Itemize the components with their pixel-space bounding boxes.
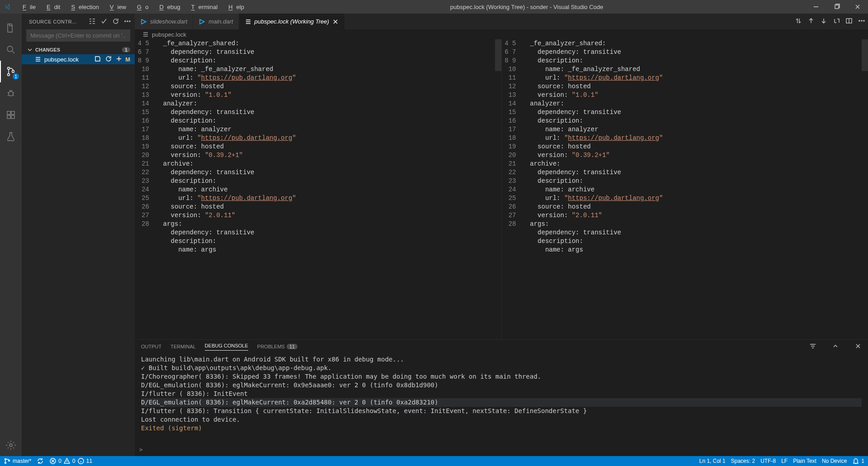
- svg-point-12: [127, 21, 128, 22]
- tab-label: slideshow.dart: [150, 18, 187, 25]
- close-button[interactable]: [847, 0, 868, 14]
- status-notifications[interactable]: 1: [852, 457, 864, 465]
- breadcrumb[interactable]: pubspec.lock: [135, 29, 868, 39]
- close-panel-icon[interactable]: [854, 342, 862, 351]
- settings-gear-icon[interactable]: [0, 434, 22, 456]
- minimap[interactable]: [862, 39, 868, 339]
- vscode-logo-icon: [0, 3, 15, 10]
- svg-rect-8: [11, 115, 14, 119]
- changes-section[interactable]: CHANGES 1: [22, 45, 135, 54]
- svg-point-11: [125, 21, 126, 22]
- open-file-icon[interactable]: [94, 55, 101, 62]
- status-cursor[interactable]: Ln 1, Col 1: [699, 458, 726, 464]
- svg-point-4: [12, 71, 14, 73]
- debug-console-body[interactable]: Launching lib\main.dart on Android SDK b…: [135, 353, 868, 446]
- svg-point-18: [5, 459, 6, 460]
- more-icon[interactable]: [119, 18, 131, 26]
- whitespace-icon[interactable]: [833, 17, 840, 26]
- window-title: pubspec.lock (Working Tree) - sonder - V…: [248, 4, 806, 10]
- status-branch[interactable]: master*: [4, 457, 31, 465]
- tab-label: pubspec.lock (Working Tree): [255, 18, 329, 25]
- panel-tab-output[interactable]: OUTPUT: [141, 344, 161, 349]
- commit-icon[interactable]: [96, 18, 108, 26]
- status-language[interactable]: Plain Text: [793, 458, 816, 464]
- diff-view: 4 5 6 7 8 9 10 11 12 13 14 15 16 17 18 1…: [135, 39, 868, 339]
- extensions-icon[interactable]: [0, 104, 22, 126]
- commit-message-input[interactable]: [26, 29, 130, 42]
- activity-bar: 1: [0, 14, 22, 456]
- menu-edit[interactable]: Edit: [39, 4, 64, 10]
- changes-count: 1: [122, 47, 130, 52]
- tab-main[interactable]: main.dart: [193, 14, 239, 29]
- tab-pubspec-lock[interactable]: pubspec.lock (Working Tree): [239, 14, 345, 29]
- diff-pane-right[interactable]: 4 5 6 7 8 9 10 11 12 13 14 15 16 17 18 1…: [502, 39, 868, 339]
- menu-view[interactable]: View: [103, 4, 130, 10]
- modified-badge: M: [125, 56, 130, 63]
- file-icon: [142, 31, 149, 38]
- svg-rect-0: [835, 5, 839, 9]
- problems-count: 11: [287, 344, 297, 349]
- stage-icon[interactable]: [115, 55, 123, 62]
- next-change-icon[interactable]: [820, 17, 827, 26]
- svg-rect-9: [11, 111, 14, 114]
- explorer-icon[interactable]: [0, 17, 22, 39]
- svg-point-1: [7, 46, 13, 52]
- sidebar: SOURCE CONTR... CHANGES 1 pubspec.lock: [22, 14, 135, 456]
- title-bar: FileEditSelectionViewGoDebugTerminalHelp…: [0, 0, 868, 14]
- minimize-button[interactable]: [806, 0, 826, 14]
- sidebar-title: SOURCE CONTR...: [29, 19, 84, 24]
- dart-file-icon: [140, 18, 147, 25]
- svg-point-3: [8, 74, 10, 76]
- changed-file-row[interactable]: pubspec.lock M: [22, 54, 135, 64]
- svg-point-5: [9, 91, 13, 96]
- panel: OUTPUT TERMINAL DEBUG CONSOLE PROBLEMS11…: [135, 339, 868, 456]
- minimap[interactable]: [495, 39, 501, 339]
- file-icon: [34, 56, 42, 63]
- test-icon[interactable]: [0, 126, 22, 147]
- diff-pane-left[interactable]: 4 5 6 7 8 9 10 11 12 13 14 15 16 17 18 1…: [135, 39, 501, 339]
- status-problems[interactable]: 0 0 11: [49, 457, 92, 465]
- close-icon[interactable]: [332, 18, 339, 25]
- split-editor-icon[interactable]: [845, 17, 853, 26]
- maximize-button[interactable]: [826, 0, 847, 14]
- svg-point-10: [9, 444, 12, 447]
- search-icon[interactable]: [0, 39, 22, 61]
- status-eol[interactable]: LF: [781, 458, 788, 464]
- debug-console-input[interactable]: >: [135, 446, 868, 456]
- previous-change-icon[interactable]: [807, 17, 815, 26]
- editor-area: slideshow.dart main.dart pubspec.lock (W…: [135, 14, 868, 456]
- panel-tab-problems[interactable]: PROBLEMS11: [257, 344, 297, 349]
- more-actions-icon[interactable]: [858, 17, 865, 26]
- menu-bar: FileEditSelectionViewGoDebugTerminalHelp: [15, 4, 248, 10]
- menu-go[interactable]: Go: [130, 4, 152, 10]
- panel-tab-terminal[interactable]: TERMINAL: [170, 344, 196, 349]
- breadcrumb-label: pubspec.lock: [152, 31, 186, 38]
- svg-point-13: [129, 21, 130, 22]
- status-sync[interactable]: [37, 457, 44, 465]
- debug-icon[interactable]: [0, 82, 22, 104]
- status-encoding[interactable]: UTF-8: [760, 458, 776, 464]
- discard-icon[interactable]: [105, 55, 112, 62]
- menu-terminal[interactable]: Terminal: [184, 4, 222, 10]
- panel-tab-debug-console[interactable]: DEBUG CONSOLE: [205, 343, 248, 351]
- compare-changes-icon[interactable]: [795, 17, 802, 26]
- status-device[interactable]: No Device: [822, 458, 847, 464]
- changes-label: CHANGES: [35, 47, 122, 52]
- menu-selection[interactable]: Selection: [64, 4, 102, 10]
- svg-rect-6: [7, 111, 10, 114]
- file-icon: [245, 18, 252, 25]
- menu-debug[interactable]: Debug: [152, 4, 184, 10]
- svg-point-15: [859, 20, 860, 21]
- source-control-icon[interactable]: 1: [0, 61, 22, 82]
- svg-point-16: [861, 20, 862, 21]
- tab-slideshow[interactable]: slideshow.dart: [135, 14, 193, 29]
- status-bar: master* 0 0 11 Ln 1, Col 1 Spaces: 2 UTF…: [0, 456, 868, 466]
- view-tree-icon[interactable]: [84, 18, 96, 26]
- filter-icon[interactable]: [809, 342, 816, 351]
- expand-panel-icon[interactable]: [832, 342, 839, 351]
- tab-label: main.dart: [208, 18, 233, 25]
- refresh-icon[interactable]: [108, 18, 119, 26]
- menu-file[interactable]: File: [15, 4, 39, 10]
- menu-help[interactable]: Help: [221, 4, 248, 10]
- status-spaces[interactable]: Spaces: 2: [731, 458, 755, 464]
